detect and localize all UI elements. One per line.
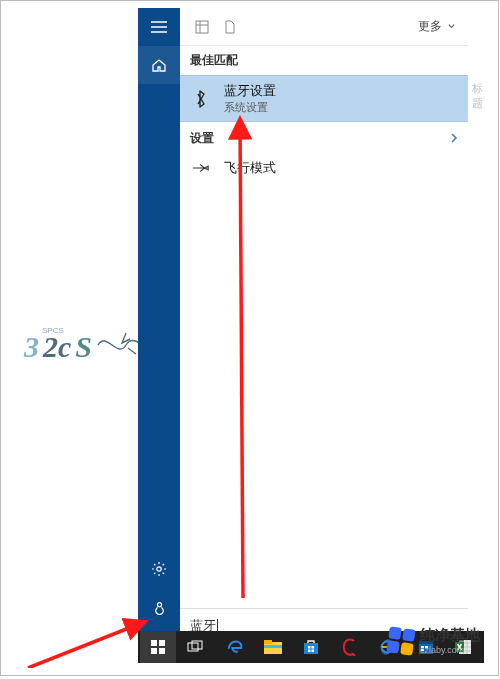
bluetooth-icon (190, 89, 212, 109)
svg-rect-7 (188, 643, 198, 651)
svg-rect-10 (264, 640, 272, 644)
title-placeholder: 标题 (472, 78, 492, 114)
home-icon[interactable] (138, 46, 180, 84)
settings-gear-icon[interactable] (138, 550, 180, 588)
svg-rect-8 (192, 641, 202, 649)
section-best-match: 最佳匹配 (180, 46, 468, 75)
watermark-left: 3 SPCS 2c S (24, 328, 146, 366)
result-subtitle: 系统设置 (224, 100, 276, 115)
svg-rect-13 (308, 646, 311, 649)
svg-rect-22 (425, 646, 428, 648)
results-list: 最佳匹配 蓝牙设置 系统设置 设置 (180, 46, 468, 608)
start-sidebar (138, 8, 180, 642)
svg-rect-3 (151, 640, 157, 646)
svg-rect-15 (308, 650, 311, 653)
store-icon[interactable] (293, 631, 329, 663)
result-airplane-mode[interactable]: 飞行模式 (180, 153, 468, 183)
panel-header: 更多 (180, 8, 468, 46)
svg-point-1 (157, 602, 161, 606)
result-bluetooth-settings[interactable]: 蓝牙设置 系统设置 (180, 75, 468, 122)
svg-rect-11 (264, 645, 282, 648)
more-label: 更多 (418, 19, 442, 33)
svg-rect-16 (311, 650, 314, 653)
chevron-right-icon (450, 133, 458, 145)
svg-rect-4 (159, 640, 165, 646)
start-button[interactable] (140, 631, 176, 663)
file-explorer-icon[interactable] (255, 631, 291, 663)
header-more[interactable]: 更多 (418, 18, 460, 35)
calendar-icon[interactable] (408, 631, 444, 663)
svg-rect-6 (159, 648, 165, 654)
ie-icon[interactable] (369, 631, 405, 663)
svg-rect-21 (421, 646, 424, 648)
excel-icon[interactable] (446, 631, 482, 663)
svg-point-0 (157, 567, 161, 571)
svg-rect-23 (421, 649, 424, 651)
header-doc-icon[interactable] (216, 20, 244, 34)
start-menu: 更多 最佳匹配 蓝牙设置 系统设置 设置 (138, 8, 468, 642)
edge-icon[interactable] (216, 631, 252, 663)
result-title: 蓝牙设置 (224, 82, 276, 100)
airplane-icon (190, 160, 212, 176)
app-g-icon[interactable] (331, 631, 367, 663)
task-view-icon[interactable] (178, 631, 214, 663)
svg-rect-20 (419, 641, 433, 644)
section-settings-label: 设置 (190, 130, 214, 147)
power-icon[interactable] (138, 588, 180, 626)
svg-rect-14 (311, 646, 314, 649)
hamburger-icon[interactable] (138, 8, 180, 46)
svg-rect-2 (196, 21, 208, 33)
svg-rect-12 (304, 643, 318, 654)
result-title: 飞行模式 (224, 159, 276, 177)
svg-rect-5 (151, 648, 157, 654)
svg-line-27 (28, 622, 144, 668)
header-apps-icon[interactable] (188, 20, 216, 34)
search-panel: 更多 最佳匹配 蓝牙设置 系统设置 设置 (180, 8, 468, 642)
section-settings[interactable]: 设置 (180, 122, 468, 153)
taskbar (138, 631, 484, 663)
desktop: 标题 (8, 8, 492, 671)
